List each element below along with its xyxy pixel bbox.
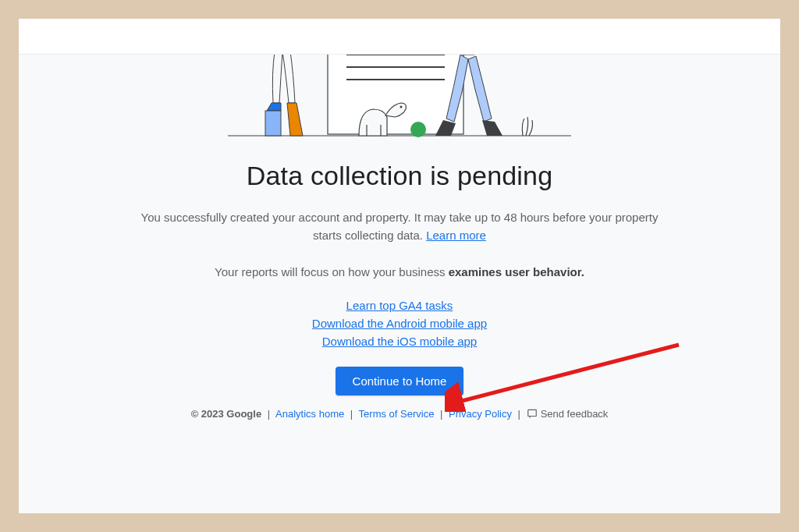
page-title: Data collection is pending [247, 161, 553, 191]
feedback-icon [527, 408, 538, 421]
top-bar [19, 19, 780, 55]
annotation-arrow-icon [445, 342, 687, 412]
helper-links: Learn top GA4 tasks Download the Android… [312, 299, 487, 348]
ios-app-link[interactable]: Download the iOS mobile app [322, 335, 477, 348]
svg-line-13 [456, 345, 679, 403]
send-feedback-link[interactable]: Send feedback [541, 408, 609, 420]
focus-bold: examines user behavior. [449, 265, 584, 278]
copyright-text: © 2023 Google [191, 408, 262, 420]
svg-rect-6 [265, 111, 281, 136]
footer: © 2023 Google | Analytics home | Terms o… [191, 408, 609, 421]
focus-prefix: Your reports will focus on how your busi… [215, 265, 449, 278]
continue-to-home-button[interactable]: Continue to Home [336, 367, 464, 395]
analytics-home-link[interactable]: Analytics home [275, 408, 344, 420]
main-content: Data collection is pending You successfu… [19, 55, 780, 513]
svg-rect-12 [527, 410, 536, 416]
svg-point-10 [410, 122, 426, 137]
description-text: You successfully created your account an… [134, 208, 665, 245]
description-body: You successfully created your account an… [141, 211, 659, 242]
terms-link[interactable]: Terms of Service [359, 408, 435, 420]
ga4-tasks-link[interactable]: Learn top GA4 tasks [346, 299, 453, 312]
app-frame: Data collection is pending You successfu… [19, 19, 780, 513]
focus-text: Your reports will focus on how your busi… [215, 265, 584, 278]
privacy-link[interactable]: Privacy Policy [449, 408, 512, 420]
android-app-link[interactable]: Download the Android mobile app [312, 317, 487, 330]
svg-point-7 [400, 106, 403, 108]
learn-more-link[interactable]: Learn more [426, 229, 486, 242]
